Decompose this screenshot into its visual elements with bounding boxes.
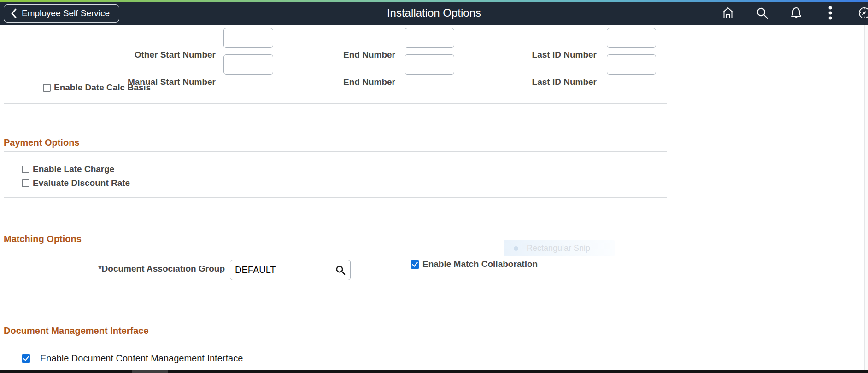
- last-id-number-label-1: Last ID Number: [532, 50, 597, 60]
- evaluate-discount-rate-label: Evaluate Discount Rate: [33, 178, 130, 188]
- doc-assoc-group-input[interactable]: [230, 265, 335, 275]
- last-id-number-input-2[interactable]: [607, 54, 656, 75]
- vertical-scrollbar[interactable]: [864, 25, 868, 370]
- navbar-compass-icon[interactable]: [858, 6, 868, 19]
- snip-dot-icon: [514, 246, 518, 251]
- bell-icon[interactable]: [790, 6, 803, 19]
- back-button-label: Employee Self Service: [22, 8, 110, 18]
- search-icon[interactable]: [756, 6, 768, 19]
- last-id-number-label-2: Last ID Number: [532, 77, 597, 87]
- enable-match-collab-row: Enable Match Collaboration: [411, 259, 538, 269]
- enable-late-charge-row: Enable Late Charge: [22, 164, 114, 174]
- manual-start-number-input[interactable]: [223, 54, 273, 75]
- end-number-input-1[interactable]: [405, 28, 454, 48]
- lookup-search-icon[interactable]: [335, 265, 346, 275]
- evaluate-discount-rate-checkbox[interactable]: [22, 179, 29, 187]
- payment-options-title: Payment Options: [4, 137, 79, 148]
- other-start-number-input[interactable]: [223, 28, 273, 48]
- doc-assoc-group-label: *Document Association Group: [98, 264, 225, 274]
- home-icon[interactable]: [721, 6, 734, 19]
- evaluate-discount-rate-row: Evaluate Discount Rate: [22, 178, 130, 188]
- end-number-label-2: End Number: [343, 77, 395, 87]
- other-start-number-label: Other Start Number: [135, 50, 216, 60]
- kebab-menu-icon[interactable]: [824, 6, 837, 19]
- numbering-card: Other Start Number End Number Last ID Nu…: [4, 18, 667, 104]
- back-button[interactable]: Employee Self Service: [4, 4, 119, 23]
- horizontal-scrollbar-thumb[interactable]: [132, 370, 168, 373]
- enable-match-collab-checkbox[interactable]: [411, 260, 419, 269]
- rectangular-snip-overlay: Rectangular Snip: [504, 240, 615, 256]
- snip-label: Rectangular Snip: [527, 243, 590, 253]
- end-number-input-2[interactable]: [405, 54, 454, 75]
- theme-gradient-strip: [0, 0, 868, 2]
- enable-dcmi-checkbox[interactable]: [22, 354, 30, 363]
- enable-date-calc-label: Enable Date Calc Basis: [54, 83, 151, 93]
- enable-late-charge-checkbox[interactable]: [22, 166, 29, 173]
- enable-date-calc-checkbox[interactable]: [43, 84, 51, 92]
- enable-match-collab-label: Enable Match Collaboration: [422, 259, 538, 269]
- last-id-number-input-1[interactable]: [607, 28, 656, 48]
- app-header: Employee Self Service Installation Optio…: [0, 0, 868, 25]
- document-management-card: Enable Document Content Management Inter…: [4, 340, 667, 373]
- chevron-left-icon: [11, 8, 17, 18]
- payment-options-card: Enable Late Charge Evaluate Discount Rat…: [4, 151, 667, 198]
- document-management-title: Document Management Interface: [4, 326, 149, 336]
- enable-dcmi-row: Enable Document Content Management Inter…: [22, 353, 243, 364]
- horizontal-scrollbar[interactable]: [0, 370, 868, 373]
- end-number-label-1: End Number: [343, 50, 395, 60]
- matching-options-title: Matching Options: [4, 234, 82, 244]
- enable-dcmi-label: Enable Document Content Management Inter…: [40, 353, 243, 364]
- doc-assoc-group-field: [230, 260, 351, 280]
- enable-late-charge-label: Enable Late Charge: [33, 164, 114, 174]
- enable-date-calc-row: Enable Date Calc Basis: [43, 83, 151, 93]
